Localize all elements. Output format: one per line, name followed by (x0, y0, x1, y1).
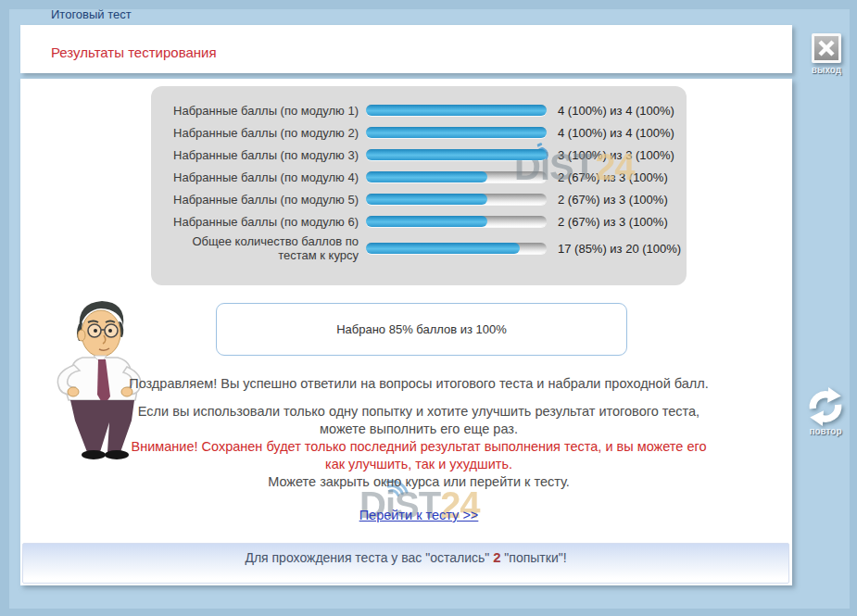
repeat-button[interactable] (806, 387, 845, 426)
score-summary-box: Набрано 85% баллов из 100% (216, 303, 627, 356)
result-row-label: Набранные баллы (по модулю 5) (157, 193, 359, 207)
result-row-value: 4 (100%) из 4 (100%) (558, 126, 674, 140)
result-row: Набранные баллы (по модулю 3) 3 (100%) и… (151, 144, 687, 166)
result-row-label: Набранные баллы (по модулю 1) (157, 104, 359, 118)
result-row: Набранные баллы (по модулю 6) 2 (67%) из… (151, 210, 687, 233)
repeat-button-label: повтор (802, 426, 849, 436)
progress-bar-track (366, 194, 547, 205)
refresh-arrows-icon (810, 387, 841, 426)
results-panel: Набранные баллы (по модулю 1) 4 (100%) и… (151, 86, 687, 285)
attempts-suffix: "попытки"! (500, 550, 566, 565)
attempts-bar: Для прохождения теста у вас "остались" 2… (22, 543, 789, 584)
result-row-label: Набранные баллы (по модулю 4) (157, 170, 359, 184)
result-row: Набранные баллы (по модулю 4) 2 (67%) из… (151, 166, 687, 188)
progress-bar-track (366, 243, 547, 254)
result-row: Общее количество баллов по тестам к курс… (151, 234, 687, 262)
result-row-value: 4 (100%) из 4 (100%) (558, 104, 674, 118)
result-row-value: 3 (100%) из 3 (100%) (558, 148, 674, 162)
window-title: Итоговый тест (51, 7, 132, 21)
progress-bar-fill (366, 216, 487, 227)
x-icon (817, 39, 836, 57)
retry-info-text: Если вы использовали только одну попытку… (127, 403, 711, 438)
progress-bar-fill (366, 127, 547, 138)
result-row: Набранные баллы (по модулю 2) 4 (100%) и… (151, 121, 687, 144)
result-row-value: 2 (67%) из 3 (100%) (558, 215, 668, 229)
header-bar: Результаты тестирования (20, 25, 792, 73)
result-row-label: Общее количество баллов по тестам к курс… (157, 234, 359, 262)
result-row-label: Набранные баллы (по модулю 3) (157, 148, 359, 162)
progress-bar-track (366, 171, 547, 182)
progress-bar-track (366, 127, 547, 138)
attempts-prefix: Для прохождения теста у вас "остались" (245, 550, 493, 565)
result-row-label: Набранные баллы (по модулю 2) (157, 126, 359, 140)
result-row-label: Набранные баллы (по модулю 6) (157, 215, 359, 229)
main-content-window: Набранные баллы (по модулю 1) 4 (100%) и… (20, 79, 792, 585)
progress-bar-fill (366, 149, 547, 160)
page-title: Результаты тестирования (20, 39, 217, 60)
link-row: Перейти к тесту >> (127, 507, 711, 523)
progress-bar-fill (366, 194, 487, 205)
progress-bar-fill (366, 171, 487, 182)
closing-text: Можете закрыть окно курса или перейти к … (127, 473, 711, 491)
go-to-test-link[interactable]: Перейти к тесту >> (359, 508, 479, 522)
result-row-value: 17 (85%) из 20 (100%) (558, 242, 681, 256)
result-message-block: Поздравляем! Вы успешно ответили на вопр… (127, 375, 711, 523)
warning-text: Внимание! Сохранен будет только последни… (127, 438, 711, 473)
progress-bar-fill (366, 243, 520, 254)
progress-bar-fill (366, 105, 547, 116)
result-rows: Набранные баллы (по модулю 1) 4 (100%) и… (151, 99, 687, 262)
progress-bar-track (366, 149, 547, 160)
result-row: Набранные баллы (по модулю 5) 2 (67%) из… (151, 188, 687, 210)
result-row: Набранные баллы (по модулю 1) 4 (100%) и… (151, 99, 687, 121)
result-row-value: 2 (67%) из 3 (100%) (558, 170, 668, 184)
progress-bar-track (366, 216, 547, 227)
score-summary-text: Набрано 85% баллов из 100% (336, 322, 507, 336)
congrats-text: Поздравляем! Вы успешно ответили на вопр… (127, 375, 711, 393)
result-row-value: 2 (67%) из 3 (100%) (558, 193, 668, 207)
progress-bar-track (366, 105, 547, 116)
exit-button[interactable] (812, 33, 841, 63)
exit-button-label: выход (803, 65, 850, 75)
page: Итоговый тест Результаты тестирования На… (0, 0, 857, 616)
